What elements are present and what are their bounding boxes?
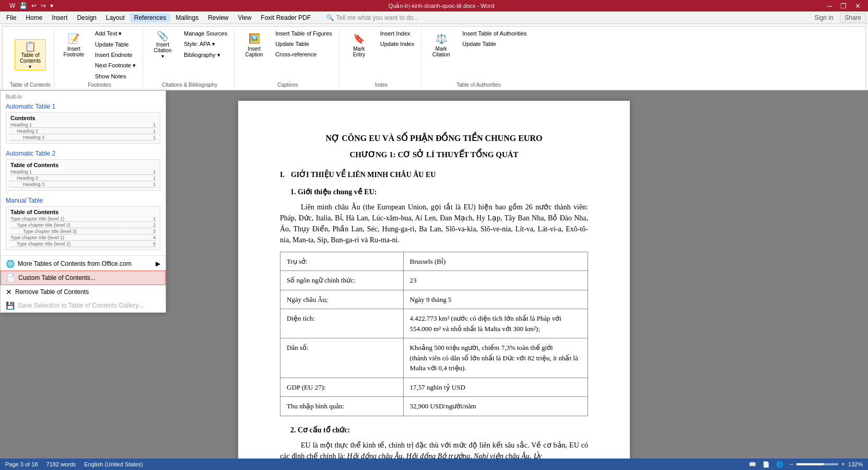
toc-icon: 📋 <box>23 41 38 52</box>
zoom-level: 132% <box>848 461 863 467</box>
table-cell-label: Thu nhập bình quân: <box>280 397 404 416</box>
update-index-btn[interactable]: Update Index <box>377 39 418 49</box>
citation-btn-label: InsertCitation ▾ <box>152 42 173 59</box>
update-index-label: Update Index <box>380 41 414 47</box>
insert-caption-btn[interactable]: 🖼️ InsertCaption <box>240 29 268 60</box>
citation-icon: 📎 <box>155 30 170 42</box>
style-apa-label: Style: APA ▾ <box>184 41 215 48</box>
menu-view[interactable]: View <box>234 13 256 22</box>
menu-file[interactable]: File <box>2 13 20 22</box>
undo-quick-btn[interactable]: ↩ <box>30 2 38 10</box>
language-info: English (United States) <box>84 461 143 467</box>
restore-btn[interactable]: ❐ <box>837 2 850 10</box>
cross-reference-btn[interactable]: Cross-reference <box>272 50 336 59</box>
mark-entry-btn[interactable]: 🔖 MarkEntry <box>345 29 373 60</box>
insert-table-figures-btn[interactable]: Insert Table of Figures <box>272 29 336 38</box>
show-notes-label: Show Notes <box>95 73 126 79</box>
mark-citation-btn[interactable]: ⚖️ MarkCitation <box>427 29 455 60</box>
doc-section1-title: GIỚI THIỆU VỀ LIÊN MINH CHÂU ÂU EU <box>291 169 436 180</box>
menu-mailings[interactable]: Mailings <box>171 13 203 22</box>
quick-access-bar: W 💾 ↩ ↪ ▾ <box>4 0 58 11</box>
zoom-slider-track <box>796 463 824 465</box>
zoom-in-btn[interactable]: + <box>841 461 845 468</box>
table-cell-label: GDP (EU 27): <box>280 378 404 397</box>
doc-paragraph1: Liên minh châu Âu (the European Union, g… <box>280 202 588 245</box>
update-table-authorities-btn[interactable]: Update Table <box>459 39 530 49</box>
menu-foxit[interactable]: Foxit Reader PDF <box>256 13 315 22</box>
zoom-out-btn[interactable]: − <box>790 461 793 468</box>
caption-btn-label: InsertCaption <box>245 46 263 57</box>
ribbon: 📋 Table ofContents ▾ Table of Contents 📝… <box>0 24 868 90</box>
toc-manual-title: Manual Table <box>6 197 160 204</box>
toc-more-action[interactable]: 🌐 More Tables of Contents from Office.co… <box>1 257 166 271</box>
show-notes-btn[interactable]: Show Notes <box>91 72 139 81</box>
ribbon-group-footnotes: 📝 InsertFootnote Add Text ▾ Update Table… <box>56 29 143 88</box>
toc-buttons: 📋 Table ofContents ▾ <box>15 29 46 81</box>
insert-table-figures-label: Insert Table of Figures <box>275 30 332 37</box>
share-btn[interactable]: Share <box>840 13 866 22</box>
manage-sources-btn[interactable]: Manage Sources <box>180 29 231 38</box>
table-cell-value: 4.422.773 km² (nước có diện tích lớn nhấ… <box>403 309 588 338</box>
customize-quick-btn[interactable]: ▾ <box>49 2 54 10</box>
minimize-btn[interactable]: ─ <box>824 2 835 10</box>
update-table-authorities-label: Update Table <box>462 41 496 47</box>
add-text-btn[interactable]: Add Text ▾ <box>91 29 139 39</box>
ribbon-group-authorities: ⚖️ MarkCitation Insert Table of Authorit… <box>424 29 533 88</box>
redo-quick-btn[interactable]: ↪ <box>40 2 47 10</box>
view-print-icon[interactable]: 📄 <box>763 461 770 468</box>
view-web-icon[interactable]: 🌐 <box>776 461 783 468</box>
menu-review[interactable]: Review <box>204 13 232 22</box>
bibliography-btn[interactable]: Bibliography ▾ <box>180 50 231 60</box>
index-group-label: Index <box>375 82 388 88</box>
table-of-contents-btn[interactable]: 📋 Table ofContents ▾ <box>15 39 46 70</box>
toc-automatic2-preview: Table of Contents Heading 11 Heading 21 … <box>6 159 160 191</box>
menu-design[interactable]: Design <box>73 13 100 22</box>
doc-section1: I. GIỚI THIỆU VỀ LIÊN MINH CHÂU ÂU EU <box>280 169 588 180</box>
table-row: GDP (EU 27): 17,57 nghìn tỷ USD <box>280 378 588 397</box>
citations-group-label: Citations & Bibliography <box>162 82 217 88</box>
sign-in-link[interactable]: Sign in <box>814 14 834 21</box>
table-cell-value: Khoảng 500 triệu người, chiếm 7,3% toàn … <box>403 338 588 378</box>
toc-dropdown: Built-In Automatic Table 1 Contents Head… <box>0 90 166 313</box>
toc-manual[interactable]: Manual Table Table of Contents Type chap… <box>1 195 166 254</box>
menu-home[interactable]: Home <box>21 13 46 22</box>
index-buttons: 🔖 MarkEntry Insert Index Update Index <box>345 29 418 81</box>
doc-table: Trụ sở: Brussels (Bỉ) Số ngôn ngữ chính … <box>280 252 588 416</box>
menu-layout[interactable]: Layout <box>102 13 129 22</box>
next-footnote-btn[interactable]: Next Footnote ▾ <box>91 61 139 70</box>
style-apa-btn[interactable]: Style: APA ▾ <box>180 39 231 49</box>
update-table-footnote-btn[interactable]: Update Table <box>91 40 139 49</box>
toc-automatic1-title: Automatic Table 1 <box>6 103 160 110</box>
insert-endnote-btn[interactable]: Insert Endnote <box>91 50 139 60</box>
doc-section1-number: I. <box>280 169 285 180</box>
zoom-slider[interactable] <box>796 463 838 465</box>
index-small-buttons: Insert Index Update Index <box>377 29 418 49</box>
insert-index-btn[interactable]: Insert Index <box>377 29 418 38</box>
insert-citation-btn[interactable]: 📎 InsertCitation ▾ <box>148 29 177 60</box>
update-table-captions-btn[interactable]: Update Table <box>272 39 336 49</box>
doc-page: NỢ CÔNG EU VÀ SỐ PHẬN ĐỒNG TIỀN CHUNG EU… <box>238 101 630 468</box>
toc-remove-action[interactable]: ✕ Remove Table of Contents <box>1 285 166 299</box>
update-table-label: Update Table <box>95 41 129 48</box>
table-cell-value: Brussels (Bỉ) <box>403 252 588 271</box>
insert-footnote-btn[interactable]: 📝 InsertFootnote <box>60 29 88 60</box>
save-quick-btn[interactable]: 💾 <box>18 2 28 10</box>
status-right: 📖 📄 🌐 − + 132% <box>749 461 863 468</box>
table-cell-value: 23 <box>403 271 588 290</box>
search-help[interactable]: 🔍 Tell me what you want to do... <box>326 14 418 21</box>
toc-automatic2-title: Automatic Table 2 <box>6 150 160 157</box>
title-bar: W 💾 ↩ ↪ ▾ Quản-trị-kinh-doanh-quoc-tế.do… <box>0 0 868 11</box>
toc-automatic2[interactable]: Automatic Table 2 Table of Contents Head… <box>1 148 166 195</box>
menu-references[interactable]: References <box>130 13 170 22</box>
toc-automatic1[interactable]: Automatic Table 1 Contents Heading 11 He… <box>1 101 166 148</box>
word-count: 7182 words <box>46 461 76 467</box>
close-btn[interactable]: ✕ <box>852 2 864 10</box>
menu-insert[interactable]: Insert <box>48 13 72 22</box>
view-read-icon[interactable]: 📖 <box>749 461 756 468</box>
page-info: Page 3 of 18 <box>5 461 38 467</box>
insert-authorities-btn[interactable]: Insert Table of Authorities <box>459 29 530 38</box>
toc-custom-action[interactable]: 📄 Custom Table of Contents... <box>1 271 166 285</box>
bibliography-label: Bibliography ▾ <box>184 52 220 58</box>
zoom-controls: − + 132% <box>790 461 863 468</box>
toc-btn-label: Table ofContents ▾ <box>18 52 42 69</box>
